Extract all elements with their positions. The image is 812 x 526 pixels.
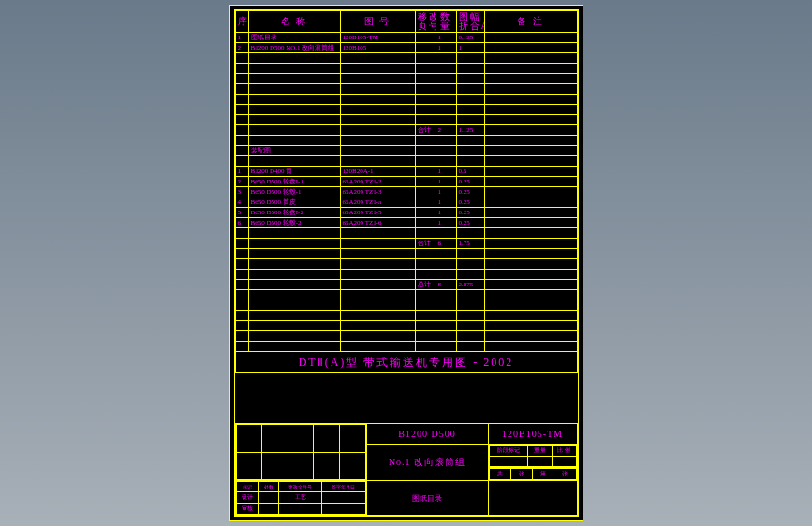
blank-row	[235, 156, 577, 167]
cell-name: B650 D500 轮盘I-1	[248, 177, 340, 187]
total-label: 总计	[415, 280, 436, 290]
cell-name	[248, 342, 340, 352]
cell-name	[248, 64, 340, 74]
cell-dwg: 120B20A-1	[340, 167, 415, 177]
left-grid	[236, 424, 366, 480]
cell-seq	[235, 115, 248, 125]
cell-name	[248, 311, 340, 321]
cell-a	[415, 259, 436, 270]
cell-c	[456, 331, 484, 342]
cell-rem	[484, 270, 577, 280]
table-row	[235, 311, 577, 321]
hdr-col5b: 量	[438, 22, 454, 31]
cell-seq	[235, 105, 248, 115]
rh0: 阶段标记	[489, 446, 528, 457]
table-row	[235, 53, 577, 64]
cell-b	[436, 105, 456, 115]
cell-a	[415, 53, 436, 64]
right-hdr-grid: 阶段标记 重 量 比 例	[489, 445, 577, 467]
cell-c	[456, 270, 484, 280]
cell-b	[436, 53, 456, 64]
cell-rem	[484, 105, 577, 115]
cell-b: 1	[436, 43, 456, 53]
cell-rem	[484, 208, 577, 218]
table-row	[235, 74, 577, 84]
cell-name: B650 D500 筒皮	[248, 197, 340, 208]
cell-b	[436, 321, 456, 331]
cell-seq	[235, 270, 248, 280]
cell-rem	[484, 167, 577, 177]
table-row	[235, 105, 577, 115]
cell-rem	[484, 249, 577, 259]
cell-seq: 5	[235, 208, 248, 218]
cell-b	[436, 331, 456, 342]
sheet-count-grid: 共 张 第 张	[489, 468, 577, 480]
cell-b: 1	[436, 218, 456, 228]
cell-dwg: 120B105-TM	[340, 33, 415, 43]
cell-name: B650 D500 轮毂-1	[248, 187, 340, 197]
cell-c	[456, 53, 484, 64]
cell-seq: 4	[235, 197, 248, 208]
bom-table: 序号 名 称 图 号 移改 页号 数 量 图幅 折合A1 备 注 1图纸目录12…	[235, 10, 578, 373]
cell-name: 图纸目录	[248, 33, 340, 43]
cell-rem	[484, 53, 577, 64]
subtotal2-label: 合计	[415, 239, 436, 249]
cell-rem	[484, 187, 577, 197]
cell-b	[436, 311, 456, 321]
cell-dwg	[340, 105, 415, 115]
cell-rem	[484, 84, 577, 95]
cell-dwg: 65A209 TZ1-3	[340, 187, 415, 197]
cell-seq	[235, 64, 248, 74]
cell-dwg	[340, 311, 415, 321]
cell-a	[415, 84, 436, 95]
cell-c: 0.125	[456, 33, 484, 43]
zhang: 张	[510, 469, 532, 480]
hdr-col4b: 页号	[418, 22, 434, 31]
lh3: 签字年月日	[322, 482, 365, 492]
title-row: DTⅡ(A)型 带式输送机专用图 - 2002	[235, 352, 577, 373]
shenhe: 审核	[236, 504, 259, 515]
cell-dwg	[340, 259, 415, 270]
table-row	[235, 64, 577, 74]
cell-rem	[484, 177, 577, 187]
total-row: 总计 8 2.875	[235, 280, 577, 290]
cell-b	[436, 115, 456, 125]
cell-dwg	[340, 53, 415, 64]
cell-c	[456, 342, 484, 352]
cell-seq: 1	[235, 33, 248, 43]
cell-name: B650 D500 轮盘I-2	[248, 208, 340, 218]
total-qty: 8	[436, 280, 456, 290]
cell-b: 1	[436, 33, 456, 43]
cell-dwg	[340, 300, 415, 311]
cell-seq	[235, 290, 248, 300]
table-row	[235, 84, 577, 95]
table-row	[235, 331, 577, 342]
blank-row	[235, 136, 577, 146]
cell-a	[415, 74, 436, 84]
cell-dwg	[340, 290, 415, 300]
cell-a	[415, 187, 436, 197]
cell-seq	[235, 300, 248, 311]
table-row: 1B1200 D400 筒120B20A-110.5	[235, 167, 577, 177]
gong: 共	[489, 469, 510, 480]
cell-a	[415, 218, 436, 228]
cell-dwg: 120B105	[340, 43, 415, 53]
cell-seq	[235, 84, 248, 95]
table-row	[235, 342, 577, 352]
cell-dwg	[340, 321, 415, 331]
cell-dwg	[340, 74, 415, 84]
di: 第	[533, 469, 554, 480]
cell-dwg	[340, 115, 415, 125]
cell-b: 1	[436, 208, 456, 218]
cell-rem	[484, 311, 577, 321]
cell-b	[436, 64, 456, 74]
cell-dwg	[340, 331, 415, 342]
zhang2: 张	[554, 469, 576, 480]
cell-b	[436, 74, 456, 84]
cell-dwg	[340, 64, 415, 74]
blank-row	[235, 228, 577, 239]
subtotal-row-2: 合计 6 1.75	[235, 239, 577, 249]
cell-name	[248, 270, 340, 280]
cell-b	[436, 259, 456, 270]
table-row: 6B650 D500 轮毂-265A209 TZ1-610.25	[235, 218, 577, 228]
